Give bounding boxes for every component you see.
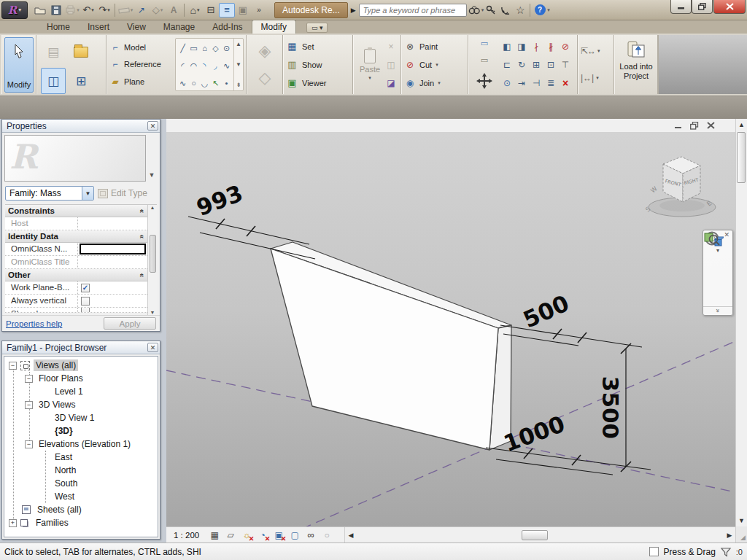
property-row-always-vertical[interactable]: Always vertical xyxy=(5,295,147,308)
search-button[interactable] xyxy=(467,4,481,17)
group-other[interactable]: Other« xyxy=(5,269,147,281)
measure-button[interactable]: ▾ xyxy=(117,3,133,18)
tree-item-east[interactable]: East xyxy=(4,451,158,464)
family-category-button[interactable]: ⊞ xyxy=(69,68,93,94)
group-identity-data[interactable]: Identity Data« xyxy=(5,230,147,243)
draw-spline2-icon[interactable]: ∿ xyxy=(177,74,188,92)
tree-item-families[interactable]: Families xyxy=(4,516,158,529)
restore-button[interactable] xyxy=(692,0,713,14)
view-cube[interactable]: FRONT RIGHT W S E xyxy=(644,157,716,217)
detail-level-icon[interactable]: ▦ xyxy=(208,529,221,541)
draw-center-arc-icon[interactable]: ◠ xyxy=(188,57,199,74)
minimize-button[interactable] xyxy=(670,0,692,14)
tab-manage[interactable]: Manage xyxy=(155,20,204,34)
scroll-down-icon[interactable]: ▼ xyxy=(736,515,747,526)
dimension-500[interactable] xyxy=(500,325,642,347)
qat-expand-button[interactable]: » xyxy=(251,3,267,18)
draw-point-icon[interactable]: • xyxy=(221,74,232,92)
dimension-993-text[interactable]: 993 xyxy=(193,179,246,221)
favorites-button[interactable]: ☆ xyxy=(513,4,527,17)
shadows-off-icon[interactable]: ◔✕ xyxy=(256,529,269,541)
create-form-icon[interactable]: ◈ xyxy=(259,42,271,61)
communication-center-button[interactable] xyxy=(498,4,513,17)
property-row-clipped[interactable]: Shared xyxy=(5,308,147,313)
scrollbar-track[interactable] xyxy=(357,529,724,541)
draw-line-icon[interactable]: ╱ xyxy=(177,39,188,57)
dimension-3500-text[interactable]: 3500 xyxy=(597,376,624,439)
close-icon[interactable]: ✕ xyxy=(147,343,158,352)
properties-scrollbar[interactable]: ▲ ▼ xyxy=(147,205,157,315)
search-input[interactable] xyxy=(359,4,467,17)
dimension-500-text[interactable]: 500 xyxy=(519,289,573,332)
scrollbar-thumb[interactable] xyxy=(150,235,156,273)
family-types-button[interactable]: ▤ xyxy=(41,39,66,65)
collapse-box[interactable] xyxy=(25,375,33,383)
expand-box[interactable] xyxy=(9,519,17,527)
load-family-button[interactable] xyxy=(69,39,93,65)
checkbox-checked[interactable]: ✓ xyxy=(81,284,90,292)
tab-addins[interactable]: Add-Ins xyxy=(204,20,251,34)
show-crop-region-icon[interactable]: ▢ xyxy=(288,529,301,541)
view-close-button[interactable] xyxy=(705,121,716,130)
redo-button[interactable]: ↷▾ xyxy=(96,3,112,18)
scroll-up-icon[interactable]: ▲ xyxy=(150,205,155,210)
undo-button[interactable]: ↶▾ xyxy=(80,3,96,18)
sign-in-button[interactable] xyxy=(484,4,498,17)
measure-distance-button[interactable]: ⇱↔▾ xyxy=(581,46,611,56)
print-button[interactable]: ▾ xyxy=(64,3,80,18)
pin-icon[interactable]: ⊤ xyxy=(558,55,573,74)
crop-view-off-icon[interactable]: ▣✕ xyxy=(272,529,285,541)
draw-start-end-arc-icon[interactable]: ◜ xyxy=(177,57,188,74)
paste-button[interactable]: Paste ▾ xyxy=(356,37,384,92)
scroll-left-icon[interactable]: ◀ xyxy=(345,532,357,539)
press-drag-checkbox[interactable] xyxy=(649,547,659,556)
collapse-icon[interactable]: « xyxy=(139,209,147,213)
tree-item-views-all[interactable]: Views (all) xyxy=(4,359,158,372)
chevron-down-icon[interactable]: ▼ xyxy=(82,187,93,200)
unpin-icon[interactable]: ⊘ xyxy=(558,37,573,55)
visual-style-icon[interactable]: ▱ xyxy=(224,529,237,541)
collapse-box[interactable] xyxy=(25,401,33,409)
tab-modify[interactable]: Modify xyxy=(252,20,296,34)
help-button[interactable]: ? xyxy=(533,4,547,17)
tree-item-south[interactable]: South xyxy=(4,477,158,490)
vertical-scrollbar[interactable]: ▲ ▼ ◢ xyxy=(735,119,747,542)
reveal-hidden-elements-icon[interactable]: ○ xyxy=(320,529,333,541)
tree-item-3d[interactable]: {3D} xyxy=(4,424,158,438)
filter-icon[interactable] xyxy=(720,547,732,557)
draw-ellipse-icon[interactable]: ○ xyxy=(188,74,199,92)
infocenter-toggle-icon[interactable]: ▶ xyxy=(351,7,356,14)
draw-model-mode[interactable]: ⌐Model xyxy=(109,42,175,52)
paint-button[interactable]: ⊗Paint xyxy=(404,37,465,55)
cut-to-clipboard-icon[interactable]: × xyxy=(388,42,393,52)
preview-chevron-icon[interactable]: ▼ xyxy=(146,135,158,182)
draw-grid-scroll[interactable]: ▲▼⇟ xyxy=(233,39,243,90)
zoom-icon[interactable] xyxy=(703,230,721,246)
property-row-omniclass-number[interactable]: OmniClass N... xyxy=(5,243,147,256)
mirror-draw-icon[interactable]: ◨ xyxy=(514,37,529,55)
mirror-axis-icon[interactable]: ◧ xyxy=(500,37,514,55)
tree-item-level-1[interactable]: Level 1 xyxy=(4,385,158,398)
sun-path-off-icon[interactable]: ☼✕ xyxy=(240,529,253,541)
apply-button[interactable]: Apply xyxy=(104,317,156,330)
tree-item-west[interactable]: West xyxy=(4,490,158,503)
model-view[interactable]: 993 500 3500 xyxy=(166,132,735,526)
wall-opening-icon[interactable]: ▭ xyxy=(481,55,488,65)
scale-icon[interactable]: ⊡ xyxy=(543,55,558,74)
dimension-button[interactable]: |↔|▾ xyxy=(581,73,611,83)
align-icon[interactable]: ⇥ xyxy=(514,74,529,92)
trim-extend-icon[interactable]: ⊣ xyxy=(529,74,543,92)
temporary-hide-isolate-icon[interactable]: ∞ xyxy=(304,529,317,541)
horizontal-scrollbar[interactable]: ◀ ▶ xyxy=(344,527,735,542)
aligned-dimension-button[interactable]: ↗ xyxy=(133,3,150,18)
match-type-icon[interactable]: ◪ xyxy=(387,78,395,88)
default-3d-view-button[interactable]: ⌂▾ xyxy=(187,3,203,18)
scroll-down-icon[interactable]: ▼ xyxy=(150,310,155,315)
view-scale-button[interactable]: 1 : 200 xyxy=(169,531,205,540)
section-button[interactable]: ⊟ xyxy=(203,3,219,18)
viewer-button[interactable]: ▣Viewer xyxy=(286,74,350,92)
draw-fillet-arc-icon[interactable]: ◞ xyxy=(210,57,221,74)
open-button[interactable] xyxy=(32,3,48,18)
scroll-right-icon[interactable]: ▶ xyxy=(724,532,735,539)
collapse-icon[interactable]: « xyxy=(139,234,147,238)
